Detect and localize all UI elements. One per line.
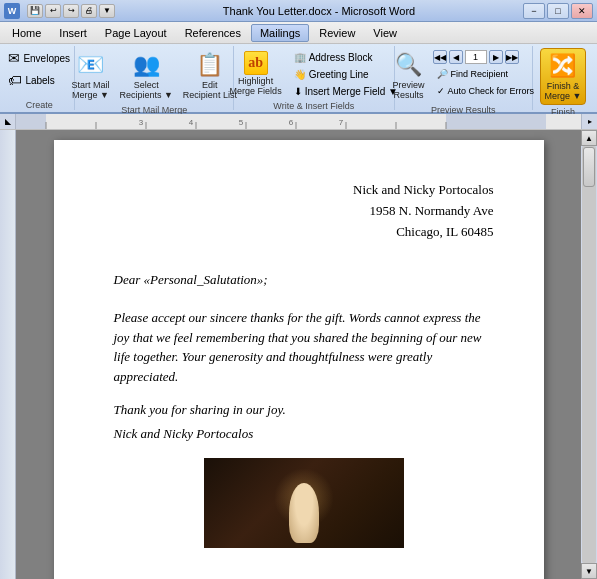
select-recipients-icon: 👥	[132, 51, 160, 79]
dropdown-quick-btn[interactable]: ▼	[99, 4, 115, 18]
prev-record-button[interactable]: ◀◀	[433, 50, 447, 64]
main-area: Nick and Nicky Portocalos 1958 N. Norman…	[0, 130, 597, 579]
start-mail-merge-button[interactable]: 📧 Start MailMerge ▼	[67, 48, 113, 103]
address-block-icon: 🏢	[294, 52, 306, 63]
maximize-button[interactable]: □	[547, 3, 569, 19]
labels-button[interactable]: 🏷 Labels	[4, 70, 58, 90]
ribbon-group-create: ✉ Envelopes 🏷 Labels create	[4, 46, 75, 110]
svg-text:6: 6	[289, 118, 294, 127]
address-line2: 1958 N. Normandy Ave	[114, 201, 494, 222]
last-record-button[interactable]: ▶▶	[505, 50, 519, 64]
menu-mailings[interactable]: Mailings	[251, 24, 309, 42]
save-quick-btn[interactable]: 💾	[27, 4, 43, 18]
auto-check-icon: ✓	[437, 86, 445, 96]
document-page: Nick and Nicky Portocalos 1958 N. Norman…	[54, 140, 544, 579]
finish-merge-icon: 🔀	[549, 52, 577, 80]
salutation-text: Dear «Personal_Salutation»;	[114, 272, 268, 287]
print-quick-btn[interactable]: 🖨	[81, 4, 97, 18]
redo-quick-btn[interactable]: ↪	[63, 4, 79, 18]
address-block-label: Address Block	[309, 52, 373, 63]
menu-bar: Home Insert Page Layout References Maili…	[0, 22, 597, 44]
scroll-up-button[interactable]: ▲	[581, 130, 597, 146]
menu-review[interactable]: Review	[311, 25, 363, 41]
doc-body-paragraph2: Thank you for sharing in our joy.	[114, 402, 494, 418]
write-insert-group-label: Write & Insert Fields	[273, 101, 354, 111]
finish-merge-label: Finish &Merge ▼	[545, 81, 582, 101]
svg-text:3: 3	[139, 118, 144, 127]
nav-arrows: ◀◀ ◀ 1 ▶ ▶▶	[433, 50, 539, 64]
ruler-right-toggle[interactable]: ▸	[581, 114, 597, 130]
insert-merge-label: Insert Merge Field ▼	[305, 86, 398, 97]
edit-recipients-icon: 📋	[196, 51, 224, 79]
ruler: ◣ 3 4 5 6 7 ▸	[0, 114, 597, 130]
svg-text:5: 5	[239, 118, 244, 127]
record-number-input[interactable]: 1	[465, 50, 487, 64]
find-recipient-button[interactable]: 🔎 Find Recipient	[433, 67, 539, 81]
start-mail-merge-icon: 📧	[76, 51, 104, 79]
prev-btn[interactable]: ◀	[449, 50, 463, 64]
start-mail-merge-label: Start MailMerge ▼	[71, 80, 109, 100]
doc-body-paragraph1: Please accept our sincere thanks for the…	[114, 308, 494, 386]
preview-results-label: PreviewResults	[393, 80, 425, 100]
address-block-button[interactable]: 🏢 Address Block	[290, 50, 402, 65]
select-recipients-button[interactable]: 👥 SelectRecipients ▼	[115, 48, 176, 103]
title-bar: W 💾 ↩ ↪ 🖨 ▼ Thank You Letter.docx - Micr…	[0, 0, 597, 22]
next-btn[interactable]: ▶	[489, 50, 503, 64]
ribbon-group-write-insert: ab HighlightMerge Fields 🏢 Address Block…	[234, 46, 395, 110]
finish-merge-button[interactable]: 🔀 Finish &Merge ▼	[540, 48, 587, 105]
insert-merge-field-button[interactable]: ⬇ Insert Merge Field ▼	[290, 84, 402, 99]
find-recipient-icon: 🔎	[437, 69, 448, 79]
preview-results-icon: 🔍	[395, 51, 423, 79]
image-figure	[289, 483, 319, 543]
greeting-line-button[interactable]: 👋 Greeting Line	[290, 67, 402, 82]
window-controls: − □ ✕	[523, 3, 593, 19]
svg-text:7: 7	[339, 118, 344, 127]
ribbon-group-finish: 🔀 Finish &Merge ▼ Finish	[533, 46, 593, 110]
menu-page-layout[interactable]: Page Layout	[97, 25, 175, 41]
ruler-left-toggle[interactable]: ◣	[0, 114, 16, 130]
address-line3: Chicago, IL 60485	[114, 222, 494, 243]
preview-top: 🔍 PreviewResults ◀◀ ◀ 1 ▶ ▶▶ 🔎 Find Reci…	[389, 48, 539, 103]
auto-check-label: Auto Check for Errors	[448, 86, 535, 96]
word-icon: W	[4, 3, 20, 19]
address-line1: Nick and Nicky Portocalos	[114, 180, 494, 201]
doc-closing-name: Nick and Nicky Portocalos	[114, 426, 494, 442]
document-area[interactable]: Nick and Nicky Portocalos 1958 N. Norman…	[16, 130, 581, 579]
highlight-label: HighlightMerge Fields	[230, 76, 282, 96]
ribbon-group-start-mail-merge: 📧 Start MailMerge ▼ 👥 SelectRecipients ▼…	[75, 46, 233, 110]
scroll-track	[582, 146, 596, 563]
select-recipients-label: SelectRecipients ▼	[119, 80, 172, 100]
preview-buttons: 🔍 PreviewResults ◀◀ ◀ 1 ▶ ▶▶ 🔎 Find Reci…	[389, 46, 539, 103]
quick-access-toolbar: 💾 ↩ ↪ 🖨 ▼	[27, 4, 115, 18]
undo-quick-btn[interactable]: ↩	[45, 4, 61, 18]
close-button[interactable]: ✕	[571, 3, 593, 19]
scroll-down-button[interactable]: ▼	[581, 563, 597, 579]
ruler-marks: 3 4 5 6 7	[16, 114, 581, 129]
preview-nav-area: ◀◀ ◀ 1 ▶ ▶▶ 🔎 Find Recipient ✓ Auto Chec…	[433, 50, 539, 103]
greeting-line-icon: 👋	[294, 69, 306, 80]
menu-insert[interactable]: Insert	[51, 25, 95, 41]
scroll-thumb[interactable]	[583, 147, 595, 187]
write-insert-buttons: ab HighlightMerge Fields 🏢 Address Block…	[226, 46, 402, 99]
find-recipient-label: Find Recipient	[451, 69, 509, 79]
doc-address: Nick and Nicky Portocalos 1958 N. Norman…	[114, 180, 494, 242]
create-buttons: ✉ Envelopes 🏷 Labels	[4, 46, 74, 98]
envelope-icon: ✉	[8, 50, 20, 66]
auto-check-button[interactable]: ✓ Auto Check for Errors	[433, 84, 539, 98]
svg-rect-1	[16, 114, 46, 129]
ribbon: ✉ Envelopes 🏷 Labels create 📧 Start Mail…	[0, 44, 597, 114]
finish-buttons: 🔀 Finish &Merge ▼	[540, 46, 587, 105]
highlight-merge-fields-button[interactable]: ab HighlightMerge Fields	[226, 48, 286, 99]
ribbon-group-preview: 🔍 PreviewResults ◀◀ ◀ 1 ▶ ▶▶ 🔎 Find Reci…	[395, 46, 533, 110]
highlight-icon: ab	[244, 51, 268, 75]
menu-view[interactable]: View	[365, 25, 405, 41]
menu-home[interactable]: Home	[4, 25, 49, 41]
preview-results-button[interactable]: 🔍 PreviewResults	[389, 48, 429, 103]
doc-salutation: Dear «Personal_Salutation»;	[114, 272, 494, 288]
menu-references[interactable]: References	[177, 25, 249, 41]
label-icon: 🏷	[8, 72, 22, 88]
svg-text:4: 4	[189, 118, 194, 127]
greeting-line-label: Greeting Line	[309, 69, 369, 80]
minimize-button[interactable]: −	[523, 3, 545, 19]
envelopes-button[interactable]: ✉ Envelopes	[4, 48, 74, 68]
